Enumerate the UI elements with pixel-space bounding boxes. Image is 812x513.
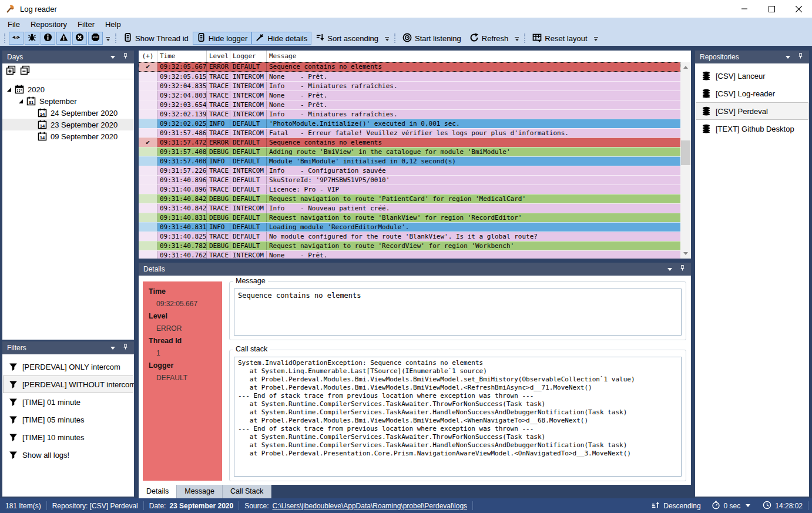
info-toggle-button[interactable] <box>41 32 55 45</box>
tree-item-day[interactable]: 1423 September 2020 <box>2 119 134 130</box>
log-row[interactable]: 09:31:57.408INFODEFAULTModule 'BmiModule… <box>139 156 680 166</box>
column-header-level[interactable]: Level <box>207 51 230 62</box>
toolbar-overflow-button[interactable] <box>594 37 598 41</box>
toolbar-grip[interactable] <box>394 33 395 43</box>
button-label: Refresh <box>482 34 509 43</box>
tree-expander-icon[interactable] <box>19 99 23 103</box>
close-button[interactable] <box>785 0 812 18</box>
tab-message[interactable]: Message <box>177 485 223 498</box>
toolbar-grip[interactable] <box>524 33 525 43</box>
menu-item-file[interactable]: File <box>2 19 25 30</box>
repository-item[interactable]: [TEXT] Github Desktop <box>696 120 808 138</box>
filter-item[interactable]: [TIME] 01 minute <box>3 393 133 411</box>
chevron-down-icon[interactable] <box>110 56 115 59</box>
filter-item[interactable]: [TIME] 10 minutes <box>3 428 133 446</box>
chevron-down-icon[interactable] <box>110 347 115 350</box>
reset-layout-button[interactable]: Reset layout <box>528 32 591 45</box>
toolbar-overflow-button[interactable] <box>106 37 110 41</box>
log-row[interactable]: ✔09:32:05.667ERRORDEFAULTSequence contai… <box>139 62 680 72</box>
log-row[interactable]: 09:31:40.831INFODEFAULTLoading module 'R… <box>139 222 680 232</box>
filter-item[interactable]: [PERDEVAL] ONLY intercom <box>3 358 133 375</box>
log-row[interactable]: 09:32:03.654TRACEINTERCOMNone - Prêt. <box>139 100 680 109</box>
refresh-button[interactable]: Refresh <box>465 32 513 45</box>
expand-all-button[interactable] <box>6 65 16 78</box>
column-header-expand[interactable]: (+) <box>139 51 157 62</box>
tree-expander-icon[interactable] <box>7 88 11 92</box>
log-row[interactable]: 09:31:40.842TRACEINTERCOMInfo - Nouveau … <box>139 203 680 213</box>
log-row[interactable]: 09:32:04.835TRACEINTERCOMInfo - Miniatur… <box>139 81 680 90</box>
log-row[interactable]: 09:31:40.762TRACEINTERCOMNone - Prêt. <box>139 250 680 259</box>
pin-icon[interactable] <box>122 343 129 353</box>
source-path-link[interactable]: C:\Users\jibedoubleve\AppData\Roaming\pr… <box>273 502 468 510</box>
log-scrollbar[interactable] <box>680 62 691 259</box>
error-toggle-button[interactable] <box>72 32 87 45</box>
column-header-logger[interactable]: Logger <box>230 51 267 62</box>
tab-call-stack[interactable]: Call Stack <box>223 485 271 498</box>
scroll-up-button[interactable] <box>680 62 691 72</box>
log-row[interactable]: 09:31:40.782DEBUGDEFAULTRequest navigati… <box>139 241 680 250</box>
filter-item[interactable]: [PERDEVAL] WITHOUT intercom <box>3 375 133 393</box>
toolbar-overflow-button[interactable] <box>385 37 389 41</box>
minimize-button[interactable] <box>731 0 758 18</box>
menu-item-help[interactable]: Help <box>100 19 126 30</box>
chevron-down-icon[interactable] <box>667 268 672 271</box>
tree-item-month[interactable]: 31 September <box>2 95 134 107</box>
repository-item[interactable]: [CSV] Log-reader <box>696 85 808 102</box>
show-thread-id-button[interactable]: Show Thread id <box>119 32 193 45</box>
log-row[interactable]: 09:31:40.831DEBUGDEFAULTRequest navigati… <box>139 213 680 222</box>
time-cell: 09:31:40.831 <box>157 213 207 222</box>
pin-icon[interactable] <box>122 52 129 62</box>
toolbar-grip[interactable] <box>115 33 116 43</box>
repository-item[interactable]: [CSV] Lanceur <box>696 67 808 85</box>
log-row[interactable]: 09:32:04.803TRACEINTERCOMNone - Prêt. <box>139 90 680 100</box>
menu-item-repository[interactable]: Repository <box>25 19 72 30</box>
log-row[interactable]: 09:32:05.615TRACEINTERCOMNone - Prêt. <box>139 72 680 81</box>
log-row[interactable]: 09:31:57.226TRACEINTERCOMInfo - Configur… <box>139 166 680 175</box>
status-item-sort-order[interactable]: Descending <box>646 501 706 511</box>
pin-icon[interactable] <box>797 52 804 62</box>
scroll-down-button[interactable] <box>680 249 691 259</box>
eye-toggle-button[interactable] <box>9 32 24 45</box>
check-cell: ✔ <box>139 62 157 72</box>
tree-item-year[interactable]: 2020 <box>2 83 134 95</box>
logger-cell: DEFAULT <box>230 242 267 250</box>
pin-icon[interactable] <box>679 264 686 274</box>
tree-item-day[interactable]: 1424 September 2020 <box>2 107 134 119</box>
toolbar-overflow-button[interactable] <box>515 37 519 41</box>
warning-toggle-button[interactable] <box>56 32 71 45</box>
days-panel: Days 2020 31 September 1424 September 20… <box>2 51 134 340</box>
column-header-message[interactable]: Message <box>267 51 691 62</box>
sort-ascending-button[interactable]: Sort ascending <box>311 32 382 45</box>
log-row[interactable]: 09:31:40.825TRACEDEFAULTNo module config… <box>139 232 680 241</box>
hide-details-button[interactable]: Hide details <box>251 32 311 45</box>
log-row[interactable]: 09:31:40.896TRACEDEFAULTSkuStoreId: '9P7… <box>139 175 680 185</box>
hide-logger-button[interactable]: Hide logger <box>193 32 252 45</box>
message-textbox[interactable]: Sequence contains no elements <box>234 289 682 336</box>
tree-item-day[interactable]: 1409 September 2020 <box>2 130 134 142</box>
log-table: (+) Time Level Logger Message ✔09:32:05.… <box>139 51 691 259</box>
log-row[interactable]: 09:32:02.025INFODEFAULT'PhotoModule.Init… <box>139 119 680 128</box>
chevron-down-icon[interactable] <box>786 56 790 59</box>
bug-toggle-button[interactable] <box>25 32 39 45</box>
column-header-time[interactable]: Time <box>157 51 207 62</box>
repository-item[interactable]: [CSV] Perdeval <box>696 102 808 120</box>
log-row[interactable]: 09:31:57.408DEBUGDEFAULTAdding route 'Bm… <box>139 147 680 156</box>
status-item-elapsed[interactable]: 0 sec <box>706 501 758 511</box>
chevron-down-icon[interactable] <box>746 504 750 507</box>
maximize-button[interactable] <box>758 0 785 18</box>
log-row[interactable]: 09:32:02.139TRACEINTERCOMInfo - Miniatur… <box>139 109 680 119</box>
tab-details[interactable]: Details <box>139 485 177 498</box>
scrollbar-thumb[interactable] <box>681 140 690 165</box>
filter-item[interactable]: [TIME] 05 minutes <box>3 411 133 428</box>
log-row[interactable]: ✔09:31:57.472ERRORDEFAULTSequence contai… <box>139 138 680 147</box>
log-row[interactable]: 09:31:40.842DEBUGDEFAULTRequest navigati… <box>139 194 680 203</box>
toolbar-grip[interactable] <box>4 33 5 43</box>
collapse-all-button[interactable] <box>20 65 30 78</box>
menu-item-filter[interactable]: Filter <box>72 19 100 30</box>
start-listening-button[interactable]: Start listening <box>398 32 465 45</box>
log-row[interactable]: 09:31:40.896TRACEDEFAULTLicence: Pro - V… <box>139 185 680 194</box>
callstack-textbox[interactable]: System.InvalidOperationException: Sequen… <box>234 357 682 477</box>
log-row[interactable]: 09:31:57.486TRACEINTERCOMFatal - Erreur … <box>139 128 680 138</box>
stop-toggle-button[interactable]: STOP <box>88 32 103 45</box>
filter-item[interactable]: Show all logs! <box>3 446 133 464</box>
